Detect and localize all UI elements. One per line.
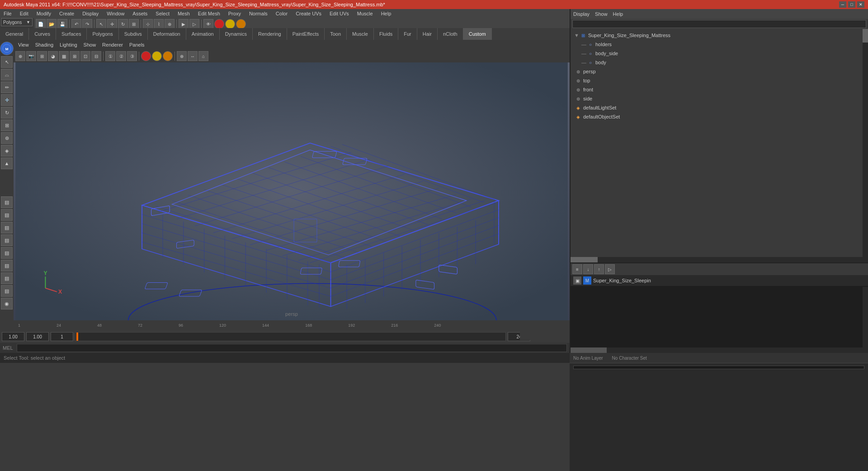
menu-assets[interactable]: Assets bbox=[131, 11, 149, 16]
current-time-input[interactable]: 1.00 bbox=[26, 332, 49, 341]
undo-button[interactable]: ↶ bbox=[71, 19, 81, 29]
scrub-bar[interactable] bbox=[75, 332, 506, 341]
tree-item-body[interactable]: — ○ body bbox=[571, 58, 868, 67]
tab-toon[interactable]: Toon bbox=[325, 28, 347, 40]
lasso-tool-button[interactable]: ⌓ bbox=[1, 69, 13, 81]
layer1-button[interactable]: ▤ bbox=[1, 196, 13, 208]
layer6-button[interactable]: ▤ bbox=[1, 260, 13, 271]
scale-tool-left-button[interactable]: ⊞ bbox=[1, 119, 13, 131]
menu-normals[interactable]: Normals bbox=[247, 11, 269, 16]
tab-muscle[interactable]: Muscle bbox=[347, 28, 374, 40]
grid-toggle-icon[interactable]: ⊞ bbox=[70, 51, 80, 61]
show-manip-button[interactable]: ▲ bbox=[1, 157, 13, 169]
snap-grid-button[interactable]: ⊹ bbox=[143, 19, 153, 29]
tab-custom[interactable]: Custom bbox=[463, 28, 492, 40]
menu-file[interactable]: File bbox=[2, 11, 14, 16]
menu-modify[interactable]: Modify bbox=[35, 11, 53, 16]
soft-mod-button[interactable]: ◈ bbox=[1, 145, 13, 157]
frame-select-icon[interactable]: ⊟ bbox=[91, 51, 101, 61]
menu-mesh[interactable]: Mesh bbox=[176, 11, 192, 16]
tab-subdivs[interactable]: Subdivs bbox=[119, 28, 148, 40]
frame-all-icon[interactable]: ⊡ bbox=[80, 51, 90, 61]
outliner-scroll-thumb-h[interactable] bbox=[571, 257, 598, 262]
universal-manip-button[interactable]: ⊛ bbox=[1, 132, 13, 144]
mel-input[interactable] bbox=[17, 344, 567, 352]
open-scene-button[interactable]: 📂 bbox=[47, 19, 57, 29]
tab-general[interactable]: General bbox=[0, 28, 29, 40]
red-light-icon[interactable] bbox=[141, 51, 151, 61]
rotate-tool-left-button[interactable]: ↻ bbox=[1, 107, 13, 119]
red-sphere-button[interactable] bbox=[214, 19, 224, 29]
bottom-icon3[interactable]: ↑ bbox=[594, 264, 604, 274]
tab-surfaces[interactable]: Surfaces bbox=[56, 28, 87, 40]
new-scene-button[interactable]: 📄 bbox=[36, 19, 46, 29]
tab-fluids[interactable]: Fluids bbox=[374, 28, 398, 40]
layer3-button[interactable]: ▤ bbox=[1, 222, 13, 233]
vp-extra-icon1[interactable]: ⊕ bbox=[177, 51, 187, 61]
bottom-icon4[interactable]: ▷ bbox=[605, 264, 615, 274]
tab-deformation[interactable]: Deformation bbox=[148, 28, 186, 40]
tree-item-root[interactable]: ▼ ⊞ Super_King_Size_Sleeping_Mattress bbox=[571, 31, 868, 40]
shaded-icon[interactable]: ◕ bbox=[48, 51, 58, 61]
minimize-button[interactable]: ─ bbox=[839, 1, 846, 8]
layer4-button[interactable]: ▤ bbox=[1, 234, 13, 246]
tree-item-holders[interactable]: — ○ holders bbox=[571, 40, 868, 49]
start-frame-input[interactable]: 1.00 bbox=[2, 332, 24, 341]
tab-hair[interactable]: Hair bbox=[417, 28, 438, 40]
tab-painteffects[interactable]: PaintEffects bbox=[287, 28, 325, 40]
menu-muscle[interactable]: Muscle bbox=[355, 11, 375, 16]
tab-dynamics[interactable]: Dynamics bbox=[220, 28, 253, 40]
bottom-icon2[interactable]: ↓ bbox=[583, 264, 593, 274]
tree-item-body-side[interactable]: — ○ body_side bbox=[571, 49, 868, 58]
tab-ncloth[interactable]: nCloth bbox=[438, 28, 463, 40]
paint-select-button[interactable]: ✏ bbox=[1, 81, 13, 93]
menu-proxy[interactable]: Proxy bbox=[226, 11, 243, 16]
poly-mode-dropdown[interactable]: Polygons ▼ bbox=[1, 18, 33, 26]
close-button[interactable]: ✕ bbox=[857, 1, 864, 8]
outliner-menu-show[interactable]: Show bbox=[595, 11, 608, 17]
menu-edit-mesh[interactable]: Edit Mesh bbox=[196, 11, 222, 16]
tree-item-object-set[interactable]: ◈ defaultObjectSet bbox=[571, 112, 868, 121]
orange-sphere-button[interactable] bbox=[236, 19, 246, 29]
outliner-menu-display[interactable]: Display bbox=[573, 11, 590, 17]
outliner-scrollbar-h[interactable] bbox=[571, 257, 863, 262]
vp-menu-view[interactable]: View bbox=[15, 42, 32, 48]
tree-item-side[interactable]: ⊚ side bbox=[571, 94, 868, 103]
bottom-icon1[interactable]: ≡ bbox=[572, 264, 582, 274]
layer7-button[interactable]: ▤ bbox=[1, 272, 13, 284]
redo-button[interactable]: ↷ bbox=[82, 19, 92, 29]
move-tool-button[interactable]: ✛ bbox=[107, 19, 117, 29]
texture-icon[interactable]: ▦ bbox=[59, 51, 69, 61]
tab-polygons[interactable]: Polygons bbox=[87, 28, 118, 40]
bottom-scrollbar-h[interactable] bbox=[571, 347, 868, 353]
vp-extra-icon3[interactable]: ⌂ bbox=[198, 51, 208, 61]
vp-menu-panels[interactable]: Panels bbox=[127, 42, 147, 48]
layer8-button[interactable]: ▤ bbox=[1, 285, 13, 297]
outliner-scroll-thumb-v[interactable] bbox=[863, 29, 868, 43]
menu-create-uvs[interactable]: Create UVs bbox=[294, 11, 323, 16]
outliner-scrollbar-v[interactable] bbox=[863, 29, 868, 262]
show-hide-button[interactable]: 👁 bbox=[203, 19, 213, 29]
snap-point-button[interactable]: ⊕ bbox=[165, 19, 175, 29]
select-tool-button[interactable]: ↖ bbox=[96, 19, 106, 29]
range-start-input[interactable]: 1 bbox=[51, 332, 73, 341]
camera-button[interactable]: ◉ bbox=[1, 298, 13, 309]
restore-button[interactable]: □ bbox=[848, 1, 855, 8]
menu-select[interactable]: Select bbox=[154, 11, 171, 16]
move-tool-left-button[interactable]: ✛ bbox=[1, 94, 13, 106]
menu-display[interactable]: Display bbox=[80, 11, 100, 16]
tab-animation[interactable]: Animation bbox=[186, 28, 220, 40]
vp-menu-show[interactable]: Show bbox=[81, 42, 99, 48]
menu-help[interactable]: Help bbox=[379, 11, 393, 16]
scale-tool-button[interactable]: ⊞ bbox=[129, 19, 139, 29]
tree-item-light-set[interactable]: ◈ defaultLightSet bbox=[571, 103, 868, 112]
display-mode2-icon[interactable]: ② bbox=[116, 51, 126, 61]
menu-color[interactable]: Color bbox=[274, 11, 289, 16]
tree-item-front[interactable]: ⊚ front bbox=[571, 85, 868, 94]
select-tool-left-button[interactable]: ↖ bbox=[1, 56, 13, 68]
tab-rendering[interactable]: Rendering bbox=[253, 28, 287, 40]
tree-item-top[interactable]: ⊚ top bbox=[571, 76, 868, 85]
ipr-render-button[interactable]: ▷ bbox=[189, 19, 199, 29]
layer5-button[interactable]: ▤ bbox=[1, 247, 13, 259]
bottom-scrollbar-v[interactable] bbox=[863, 287, 868, 347]
